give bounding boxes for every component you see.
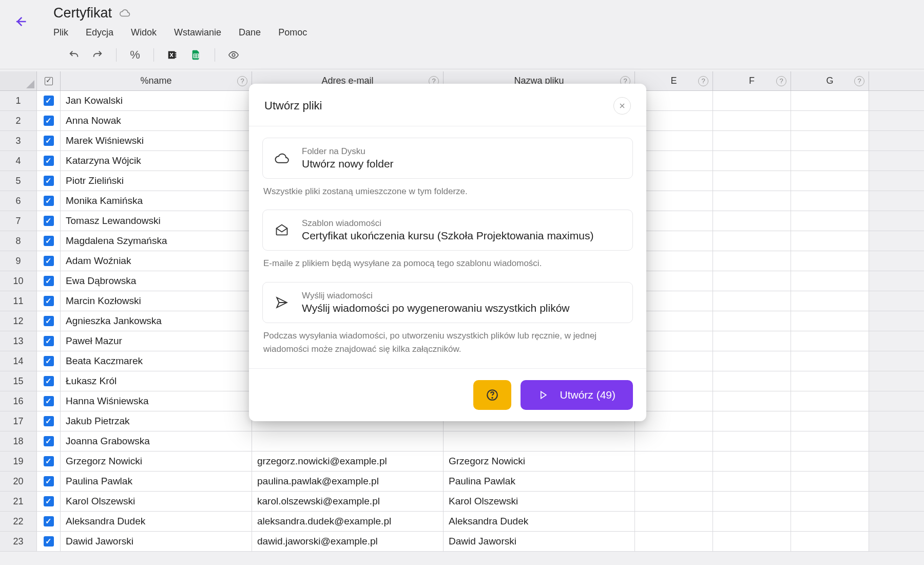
folder-hint: Wszystkie pliki zostaną umieszczone w ty…	[263, 185, 632, 198]
template-hint: E-maile z plikiem będą wysyłane za pomoc…	[263, 257, 632, 270]
send-option[interactable]: Wyślij wiadomości Wyślij wiadomości po w…	[262, 282, 633, 323]
help-button[interactable]	[473, 380, 511, 410]
send-option-value: Wyślij wiadomości po wygenerowaniu wszys…	[302, 302, 570, 314]
create-button[interactable]: Utwórz (49)	[521, 380, 633, 410]
send-option-label: Wyślij wiadomości	[302, 291, 570, 301]
svg-point-7	[492, 398, 493, 398]
cloud-icon	[273, 149, 291, 167]
folder-option[interactable]: Folder na Dysku Utwórz nowy folder	[262, 138, 633, 179]
template-option-label: Szablon wiadomości	[302, 218, 593, 229]
template-option[interactable]: Szablon wiadomości Certyfikat ukończenia…	[262, 210, 633, 251]
send-hint: Podczas wysyłania wiadomości, po utworze…	[263, 329, 632, 356]
modal-overlay: Utwórz pliki Folder na Dysku Utwórz nowy…	[0, 0, 924, 565]
folder-option-label: Folder na Dysku	[302, 146, 394, 157]
close-button[interactable]	[613, 97, 631, 115]
create-files-dialog: Utwórz pliki Folder na Dysku Utwórz nowy…	[249, 84, 646, 421]
mail-open-icon	[273, 221, 291, 239]
create-button-label: Utwórz (49)	[560, 389, 615, 401]
template-option-value: Certyfikat ukończenia kursu (Szkoła Proj…	[302, 230, 593, 242]
send-icon	[273, 294, 291, 311]
folder-option-value: Utwórz nowy folder	[302, 158, 394, 170]
dialog-title: Utwórz pliki	[264, 99, 322, 112]
